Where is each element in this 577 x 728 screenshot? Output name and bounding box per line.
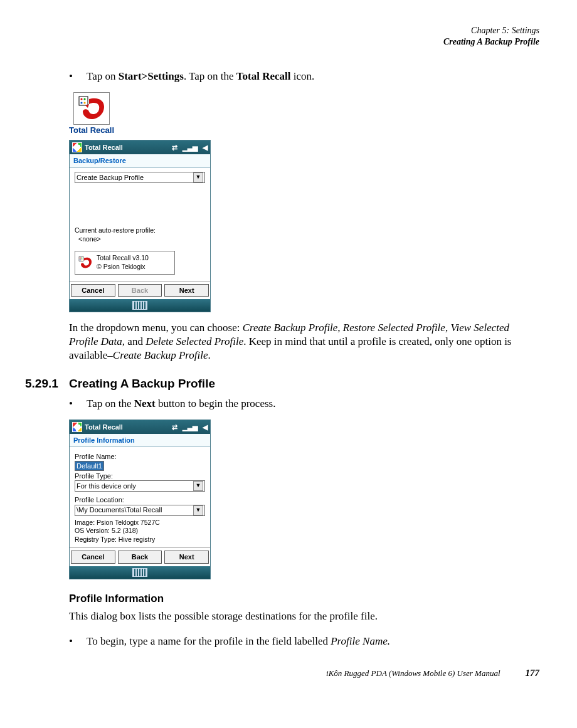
total-recall-small-icon xyxy=(78,256,93,270)
window-titlebar: Total Recall ⇄ ▁▃▅ ◀ xyxy=(70,140,210,154)
step-2-bullet: • Tap on the Next button to begin the pr… xyxy=(69,397,539,411)
page-footer: iKôn Rugged PDA (Windows Mobile 6) User … xyxy=(25,667,539,680)
signal-icon: ▁▃▅ xyxy=(183,423,198,431)
profile-info-paragraph: This dialog box lists the possible stora… xyxy=(69,609,533,623)
profile-name-input[interactable]: Default1 xyxy=(75,461,104,471)
registry-type-info: Registry Type: Hive registry xyxy=(75,535,205,544)
window-title: Total Recall xyxy=(85,423,123,431)
profile-information-subheading: Profile Information xyxy=(69,592,539,606)
dropdown-value: Create Backup Profile xyxy=(77,173,144,182)
chapter-line: Chapter 5: Settings xyxy=(25,25,539,36)
section-line: Creating A Backup Profile xyxy=(25,36,539,48)
section-title: Creating A Backup Profile xyxy=(69,376,215,392)
auto-restore-label: Current auto-restore profile: xyxy=(75,226,205,235)
page-number: 177 xyxy=(526,667,540,680)
start-flag-icon xyxy=(72,422,82,432)
section-number: 5.29.1 xyxy=(25,376,69,392)
screenshot-backup-restore: Total Recall ⇄ ▁▃▅ ◀ Backup/Restore Crea… xyxy=(69,140,211,312)
volume-icon: ◀ xyxy=(203,143,208,152)
svg-rect-5 xyxy=(79,257,83,261)
step-3-text: To begin, type a name for the profile in… xyxy=(87,635,390,648)
svg-point-6 xyxy=(80,258,81,259)
cancel-button[interactable]: Cancel xyxy=(71,551,115,563)
auto-restore-value: <none> xyxy=(78,235,205,244)
svg-point-2 xyxy=(83,98,85,100)
titlebar-status-icons: ⇄ ▁▃▅ ◀ xyxy=(172,143,208,152)
sip-bar xyxy=(70,299,210,312)
profile-type-label: Profile Type: xyxy=(75,472,205,480)
dropdown-value: \My Documents\Total Recall xyxy=(77,505,162,514)
keyboard-icon[interactable] xyxy=(132,301,147,310)
chevron-down-icon: ▼ xyxy=(193,481,203,491)
bullet-marker: • xyxy=(69,635,87,648)
total-recall-icon[interactable] xyxy=(73,92,110,125)
svg-point-4 xyxy=(83,102,85,104)
sip-bar xyxy=(70,566,210,579)
connectivity-icon: ⇄ xyxy=(172,143,177,152)
dropdown-note: In the dropdown menu, you can choose: Cr… xyxy=(69,321,533,362)
profile-type-dropdown[interactable]: For this device only ▼ xyxy=(75,480,205,492)
about-version: Total Recall v3.10 xyxy=(97,254,149,263)
bullet-marker: • xyxy=(69,397,87,411)
bullet-marker: • xyxy=(69,70,87,83)
keyboard-icon[interactable] xyxy=(132,568,147,577)
back-button: Back xyxy=(118,284,162,297)
chevron-down-icon: ▼ xyxy=(193,172,203,182)
total-recall-icon-block: Total Recall xyxy=(69,92,114,136)
page-header: Chapter 5: Settings Creating A Backup Pr… xyxy=(25,25,539,48)
window-title: Total Recall xyxy=(85,143,123,152)
svg-point-7 xyxy=(82,258,83,259)
section-heading: 5.29.1 Creating A Backup Profile xyxy=(25,376,539,392)
step-1-text: Tap on Start>Settings. Tap on the Total … xyxy=(87,70,314,83)
window-titlebar: Total Recall ⇄ ▁▃▅ ◀ xyxy=(70,420,210,434)
signal-icon: ▁▃▅ xyxy=(183,143,198,152)
svg-point-3 xyxy=(80,102,82,104)
back-button[interactable]: Back xyxy=(118,551,162,563)
svg-point-9 xyxy=(82,260,83,261)
next-button[interactable]: Next xyxy=(164,284,209,297)
volume-icon: ◀ xyxy=(203,423,208,431)
total-recall-icon-label: Total Recall xyxy=(69,125,114,136)
svg-point-1 xyxy=(80,98,82,100)
os-version-info: OS Version: 5.2 (318) xyxy=(75,527,205,535)
connectivity-icon: ⇄ xyxy=(172,423,177,431)
cancel-button[interactable]: Cancel xyxy=(71,284,115,297)
step-2-text: Tap on the Next button to begin the proc… xyxy=(87,397,275,411)
profile-name-label: Profile Name: xyxy=(75,452,205,461)
wizard-buttons: Cancel Back Next xyxy=(70,547,210,566)
image-info: Image: Psion Teklogix 7527C xyxy=(75,519,205,527)
screenshot-profile-information: Total Recall ⇄ ▁▃▅ ◀ Profile Information… xyxy=(69,419,211,579)
svg-rect-0 xyxy=(79,97,88,105)
manual-title-footer: iKôn Rugged PDA (Windows Mobile 6) User … xyxy=(326,668,500,679)
next-button[interactable]: Next xyxy=(164,551,209,563)
tab-profile-information[interactable]: Profile Information xyxy=(70,434,210,447)
dropdown-value: For this device only xyxy=(77,482,136,490)
profile-location-dropdown[interactable]: \My Documents\Total Recall ▼ xyxy=(75,505,205,516)
wizard-buttons: Cancel Back Next xyxy=(70,281,210,299)
titlebar-status-icons: ⇄ ▁▃▅ ◀ xyxy=(172,423,208,431)
about-copyright: © Psion Teklogix xyxy=(97,263,149,272)
step-1-bullet: • Tap on Start>Settings. Tap on the Tota… xyxy=(69,70,539,83)
start-flag-icon xyxy=(72,142,82,152)
step-3-bullet: • To begin, type a name for the profile … xyxy=(69,635,539,648)
about-box: Total Recall v3.10 © Psion Teklogix xyxy=(75,251,175,274)
profile-action-dropdown[interactable]: Create Backup Profile ▼ xyxy=(75,172,205,183)
tab-backup-restore[interactable]: Backup/Restore xyxy=(70,154,210,167)
chevron-down-icon: ▼ xyxy=(193,505,203,515)
profile-location-label: Profile Location: xyxy=(75,495,205,504)
svg-point-8 xyxy=(80,260,81,261)
